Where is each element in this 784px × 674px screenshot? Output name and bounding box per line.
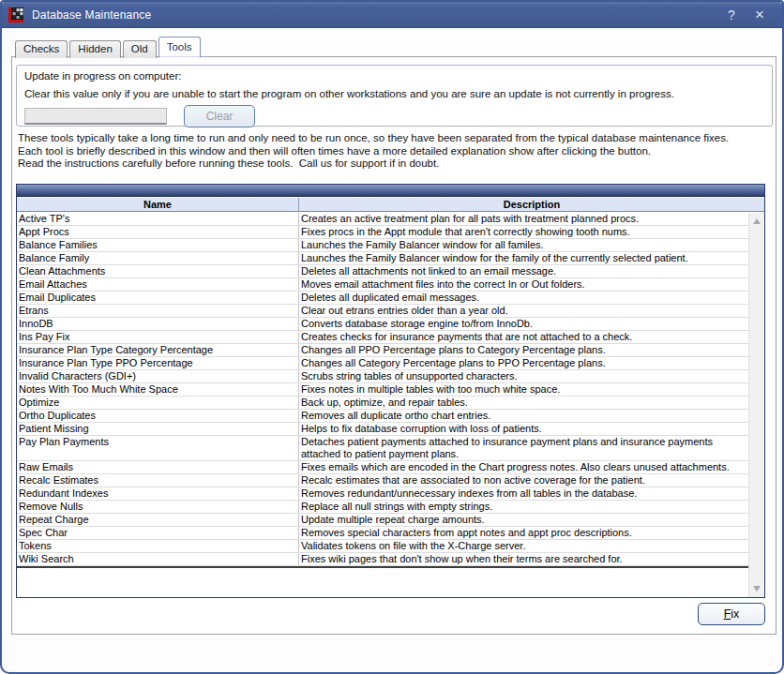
table-row[interactable]: EtransClear out etrans entries older tha… [17, 305, 748, 318]
tool-description-cell[interactable]: Deletes all attachments not linked to an… [299, 265, 748, 277]
intro-line-2: Each tool is briefly described in this w… [18, 145, 729, 158]
clear-button[interactable]: Clear [184, 105, 255, 127]
table-row[interactable]: Ins Pay FixCreates checks for insurance … [17, 331, 748, 344]
tool-description-cell[interactable]: Launches the Family Balancer window for … [299, 252, 748, 264]
scroll-down-icon[interactable] [753, 586, 761, 592]
grid-scrollbar[interactable] [748, 213, 764, 597]
update-computer-field[interactable] [24, 108, 167, 125]
tool-name-cell[interactable]: Appt Procs [17, 226, 299, 238]
tool-name-cell[interactable]: Tokens [17, 540, 299, 552]
tab-tools[interactable]: Tools [158, 37, 201, 58]
column-header-description: Description [299, 198, 764, 211]
tool-name-cell[interactable]: Balance Families [17, 239, 299, 251]
tool-description-cell[interactable]: Removes redundant/unnecessary indexes fr… [299, 487, 748, 500]
fix-button[interactable]: Fix [698, 603, 765, 625]
tab-hidden[interactable]: Hidden [69, 40, 120, 58]
grid-header: Name Description [17, 198, 764, 212]
table-row[interactable]: Email AttachesMoves email attachment fil… [17, 278, 748, 292]
tool-name-cell[interactable]: Etrans [17, 305, 299, 317]
tool-name-cell[interactable]: Notes With Too Much White Space [17, 383, 299, 396]
tool-name-cell[interactable]: Invalid Characters (GDI+) [17, 370, 299, 382]
tool-name-cell[interactable]: InnoDB [17, 318, 299, 330]
table-row[interactable]: Recalc EstimatesRecalc estimates that ar… [17, 474, 748, 487]
tool-description-cell[interactable]: Fixes emails which are encoded in the Ch… [299, 461, 748, 473]
table-row[interactable]: Balance FamilyLaunches the Family Balanc… [17, 252, 748, 265]
tool-name-cell[interactable]: Ins Pay Fix [17, 331, 299, 343]
tool-description-cell[interactable]: Clear out etrans entries older than a ye… [299, 305, 748, 317]
tool-description-cell[interactable]: Update multiple repeat charge amounts. [299, 514, 748, 526]
table-row[interactable]: Wiki SearchFixes wiki pages that don't s… [17, 553, 748, 566]
tool-description-cell[interactable]: Helps to fix database corruption with lo… [299, 423, 748, 435]
tool-name-cell[interactable]: Raw Emails [17, 461, 299, 473]
tool-description-cell[interactable]: Moves email attachment files into the co… [299, 278, 748, 291]
tool-description-cell[interactable]: Back up, optimize, and repair tables. [299, 397, 748, 409]
tool-description-cell[interactable]: Recalc estimates that are associated to … [299, 474, 748, 487]
table-row[interactable]: Raw EmailsFixes emails which are encoded… [17, 461, 748, 474]
table-row[interactable]: Appt ProcsFixes procs in the Appt module… [17, 226, 748, 239]
tab-old[interactable]: Old [123, 40, 157, 58]
tool-name-cell[interactable]: Optimize [17, 397, 299, 409]
tool-description-cell[interactable]: Creates an active treatment plan for all… [299, 213, 748, 225]
tool-description-cell[interactable]: Fixes notes in multiple tables with too … [299, 383, 748, 396]
tool-name-cell[interactable]: Ortho Duplicates [17, 410, 299, 422]
tool-name-cell[interactable]: Spec Char [17, 527, 299, 539]
tool-name-cell[interactable]: Balance Family [17, 252, 299, 264]
tool-name-cell[interactable]: Recalc Estimates [17, 474, 299, 487]
update-in-progress-panel: Update in progress on computer: Clear th… [16, 65, 773, 127]
tool-description-cell[interactable]: Removes all duplicate ortho chart entrie… [299, 410, 748, 422]
tool-name-cell[interactable]: Pay Plan Payments [17, 436, 299, 460]
table-row[interactable]: Email DuplicatesDeletes all duplicated e… [17, 292, 748, 305]
tool-description-cell[interactable]: Removes special characters from appt not… [299, 527, 748, 539]
table-row[interactable]: Active TP'sCreates an active treatment p… [17, 213, 748, 226]
tool-name-cell[interactable]: Clean Attachments [17, 265, 299, 277]
fix-button-label: Fix [699, 607, 764, 621]
table-row[interactable]: Clean AttachmentsDeletes all attachments… [17, 265, 748, 278]
tool-description-cell[interactable]: Validates tokens on file with the X-Char… [299, 540, 748, 552]
table-row[interactable]: Patient MissingHelps to fix database cor… [17, 423, 748, 436]
table-row[interactable]: Ortho DuplicatesRemoves all duplicate or… [17, 410, 748, 423]
table-row[interactable]: TokensValidates tokens on file with the … [17, 540, 748, 553]
scroll-up-icon[interactable] [753, 218, 761, 224]
title-bar[interactable]: Database Maintenance ? × [2, 2, 782, 28]
tool-name-cell[interactable]: Insurance Plan Type Category Percentage [17, 344, 299, 356]
grid-title-band [17, 185, 764, 197]
tool-description-cell[interactable]: Fixes wiki pages that don't show up when… [299, 553, 748, 565]
tool-name-cell[interactable]: Repeat Charge [17, 514, 299, 526]
tool-description-cell[interactable]: Fixes procs in the Appt module that aren… [299, 226, 748, 238]
table-row[interactable]: Insurance Plan Type PPO PercentageChange… [17, 357, 748, 370]
table-row[interactable]: Invalid Characters (GDI+)Scrubs string t… [17, 370, 748, 383]
tool-name-cell[interactable]: Remove Nulls [17, 501, 299, 513]
tool-description-cell[interactable]: Converts database storage engine to/from… [299, 318, 748, 330]
table-row[interactable]: OptimizeBack up, optimize, and repair ta… [17, 397, 748, 410]
tool-description-cell[interactable]: Deletes all duplicated email messages. [299, 292, 748, 304]
table-row[interactable]: Notes With Too Much White SpaceFixes not… [17, 383, 748, 397]
tool-name-cell[interactable]: Email Attaches [17, 278, 299, 291]
table-row[interactable]: Repeat ChargeUpdate multiple repeat char… [17, 514, 748, 527]
tool-name-cell[interactable]: Patient Missing [17, 423, 299, 435]
tool-description-cell[interactable]: Changes all PPO Percentage plans to Cate… [299, 344, 748, 356]
table-row[interactable]: Pay Plan PaymentsDetaches patient paymen… [17, 436, 748, 461]
table-row[interactable]: InnoDBConverts database storage engine t… [17, 318, 748, 331]
tool-name-cell[interactable]: Email Duplicates [17, 292, 299, 304]
table-row[interactable]: Balance FamiliesLaunches the Family Bala… [17, 239, 748, 252]
help-button[interactable]: ? [720, 5, 743, 25]
intro-line-3: Read the instructions carefully before r… [18, 157, 729, 171]
tool-name-cell[interactable]: Insurance Plan Type PPO Percentage [17, 357, 299, 369]
tool-name-cell[interactable]: Wiki Search [17, 553, 299, 565]
tool-name-cell[interactable]: Redundant Indexes [17, 487, 299, 500]
tool-name-cell[interactable]: Active TP's [17, 213, 299, 225]
tool-description-cell[interactable]: Detaches patient payments attached to in… [299, 436, 748, 460]
close-button[interactable]: × [748, 5, 771, 25]
tool-description-cell[interactable]: Scrubs string tables of unsupported char… [299, 370, 748, 382]
tab-strip: ChecksHiddenOldTools [15, 37, 203, 57]
table-row[interactable]: Insurance Plan Type Category PercentageC… [17, 344, 748, 357]
tool-description-cell[interactable]: Changes all Category Percentage plans to… [299, 357, 748, 369]
table-row[interactable]: Redundant IndexesRemoves redundant/unnec… [17, 487, 748, 501]
tab-checks[interactable]: Checks [15, 40, 68, 58]
tool-description-cell[interactable]: Creates checks for insurance payments th… [299, 331, 748, 343]
table-row[interactable]: Remove NullsReplace all null strings wit… [17, 501, 748, 514]
tools-tab-page: Update in progress on computer: Clear th… [11, 56, 776, 635]
table-row[interactable]: Spec CharRemoves special characters from… [17, 527, 748, 540]
tool-description-cell[interactable]: Launches the Family Balancer window for … [299, 239, 748, 251]
tool-description-cell[interactable]: Replace all null strings with empty stri… [299, 501, 748, 513]
